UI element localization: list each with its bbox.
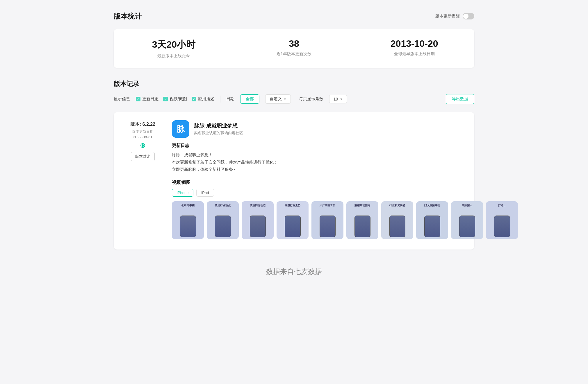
screenshot-phone-5 xyxy=(354,216,370,237)
header-right: 版本更新提醒 xyxy=(435,13,474,19)
filter-display-label: 显示信息 xyxy=(114,96,130,102)
screenshot-phone-6 xyxy=(389,216,405,237)
screenshot-8: 高效招人 xyxy=(451,201,483,239)
screenshot-label-9: 打造... xyxy=(498,204,506,207)
screenshot-screen-0 xyxy=(180,216,196,237)
app-header: 脉 脉脉-成就职业梦想 实名职业认证的职场内容社区 xyxy=(172,120,518,138)
app-name: 脉脉-成就职业梦想 xyxy=(194,122,243,129)
screenshot-phone-9 xyxy=(494,216,510,237)
screenshot-screen-8 xyxy=(459,216,475,237)
stat-item-earliest: 2013-10-20 全球最早版本上线日期 xyxy=(354,29,474,68)
screenshot-phone-3 xyxy=(285,216,301,237)
screenshot-screen-4 xyxy=(320,216,335,237)
screenshot-screen-5 xyxy=(355,216,370,237)
screenshot-screen-7 xyxy=(425,216,440,237)
screenshot-2: 关注同行动态 xyxy=(242,201,274,239)
page-title: 版本统计 xyxy=(114,12,142,21)
device-tab-iphone[interactable]: iPhone xyxy=(172,189,193,197)
screenshot-label-2: 关注同行动态 xyxy=(250,204,266,207)
screenshot-3: 洞察行业走势 xyxy=(277,201,309,239)
changelog-title: 更新日志 xyxy=(172,143,518,148)
radio-dot-inner xyxy=(142,144,144,147)
chevron-down-icon: ▼ xyxy=(284,98,286,101)
screenshot-phone-1 xyxy=(215,216,231,237)
date-custom-label: 自定义 xyxy=(270,96,282,102)
page-header: 版本统计 版本更新提醒 xyxy=(114,12,474,21)
screenshot-label-7: 找人脉拓商机 xyxy=(424,204,440,207)
screenshot-screen-3 xyxy=(285,216,300,237)
media-section-title: 视频/截图 xyxy=(172,180,518,185)
checkbox-media-label: 视频/截图 xyxy=(170,96,187,102)
stat-value-days: 3天20小时 xyxy=(120,38,228,51)
filter-divider xyxy=(220,96,220,103)
app-subtitle: 实名职业认证的职场内容社区 xyxy=(194,130,243,136)
screenshot-screen-2 xyxy=(250,216,266,237)
stat-label-updates: 近1年版本更新次数 xyxy=(240,51,348,57)
checkbox-description[interactable]: ✓ 应用描述 xyxy=(192,96,214,102)
footer-text: 数据来自七麦数据 xyxy=(266,268,322,275)
screenshot-screen-6 xyxy=(390,216,405,237)
version-date: 2022-08-31 xyxy=(120,135,166,139)
svg-text:脉: 脉 xyxy=(176,124,185,134)
version-date-label: 版本更新日期 xyxy=(120,129,166,134)
checkbox-media-icon: ✓ xyxy=(163,97,168,101)
screenshot-9: 打造... xyxy=(486,201,518,239)
app-info: 脉脉-成就职业梦想 实名职业认证的职场内容社区 xyxy=(194,122,243,136)
per-page-chevron-icon: ▼ xyxy=(340,98,343,101)
screenshot-0: 公司同事圈 xyxy=(172,201,204,239)
per-page-value: 10 xyxy=(334,97,338,101)
screenshot-label-0: 公司同事圈 xyxy=(181,204,195,207)
screenshot-screen-9 xyxy=(494,216,510,237)
compare-button[interactable]: 版本对比 xyxy=(131,152,155,161)
screenshot-label-6: 行业新资揭秘 xyxy=(389,204,405,207)
checkbox-description-icon: ✓ xyxy=(192,97,196,101)
screenshots-row: 公司同事圈 紧追行业热点 关注同行动态 xyxy=(172,201,518,241)
update-alert-label: 版本更新提醒 xyxy=(435,14,460,19)
version-records-title: 版本记录 xyxy=(114,80,474,88)
stat-item-days: 3天20小时 最新版本上线距今 xyxy=(114,29,234,68)
screenshot-label-3: 洞察行业走势 xyxy=(285,204,300,207)
stat-value-earliest: 2013-10-20 xyxy=(360,38,468,49)
screenshot-label-1: 紧追行业热点 xyxy=(215,204,231,207)
update-alert-toggle[interactable] xyxy=(463,13,474,19)
checkbox-description-label: 应用描述 xyxy=(198,96,214,102)
screenshot-phone-8 xyxy=(459,216,475,237)
per-page-selector[interactable]: 10 ▼ xyxy=(329,95,347,103)
checkbox-media[interactable]: ✓ 视频/截图 xyxy=(163,96,187,102)
version-number: 版本: 6.2.22 xyxy=(120,121,166,128)
stat-label-days: 最新版本上线距今 xyxy=(120,53,228,59)
app-icon-svg: 脉 xyxy=(172,120,189,138)
checkbox-group: ✓ 更新日志 ✓ 视频/截图 ✓ 应用描述 xyxy=(136,96,214,102)
main-container: 版本统计 版本更新提醒 3天20小时 最新版本上线距今 38 近1年版本更新次数… xyxy=(99,0,489,294)
checkbox-changelog[interactable]: ✓ 更新日志 xyxy=(136,96,158,102)
version-left: 版本: 6.2.22 版本更新日期 2022-08-31 版本对比 xyxy=(120,120,166,241)
checkbox-changelog-icon: ✓ xyxy=(136,97,140,101)
per-page-label: 每页显示条数 xyxy=(299,96,323,102)
stat-value-updates: 38 xyxy=(240,38,348,49)
date-custom-button[interactable]: 自定义 ▼ xyxy=(265,94,291,104)
screenshot-5: 跳槽最坑指南 xyxy=(346,201,378,239)
version-record-0: 版本: 6.2.22 版本更新日期 2022-08-31 版本对比 脉 脉脉-成… xyxy=(114,112,474,250)
footer: 数据来自七麦数据 xyxy=(114,267,474,276)
screenshot-label-4: 大厂高薪工作 xyxy=(320,204,335,207)
device-tab-ipad[interactable]: iPad xyxy=(196,189,214,197)
screenshot-label-8: 高效招人 xyxy=(462,204,472,207)
screenshot-phone-7 xyxy=(424,216,440,237)
screenshot-1: 紧追行业热点 xyxy=(207,201,239,239)
version-radio xyxy=(140,143,145,148)
device-tabs: iPhone iPad xyxy=(172,189,518,197)
changelog-text: 脉脉，成就职业梦想！ 本次更新修复了若干安全问题，并对产品性能进行了优化； 立即… xyxy=(172,151,518,173)
stat-item-updates: 38 近1年版本更新次数 xyxy=(234,29,354,68)
date-filter-label: 日期 xyxy=(226,96,234,102)
stat-label-earliest: 全球最早版本上线日期 xyxy=(360,51,468,57)
export-button[interactable]: 导出数据 xyxy=(446,94,474,104)
screenshot-6: 行业新资揭秘 xyxy=(381,201,413,239)
screenshot-phone-0 xyxy=(180,216,196,237)
screenshot-phone-2 xyxy=(250,216,266,237)
screenshot-phone-4 xyxy=(320,216,336,237)
screenshot-4: 大厂高薪工作 xyxy=(311,201,343,239)
date-all-button[interactable]: 全部 xyxy=(240,94,259,104)
stats-card: 3天20小时 最新版本上线距今 38 近1年版本更新次数 2013-10-20 … xyxy=(114,29,474,68)
screenshot-screen-1 xyxy=(215,216,231,237)
checkbox-changelog-label: 更新日志 xyxy=(142,96,158,102)
